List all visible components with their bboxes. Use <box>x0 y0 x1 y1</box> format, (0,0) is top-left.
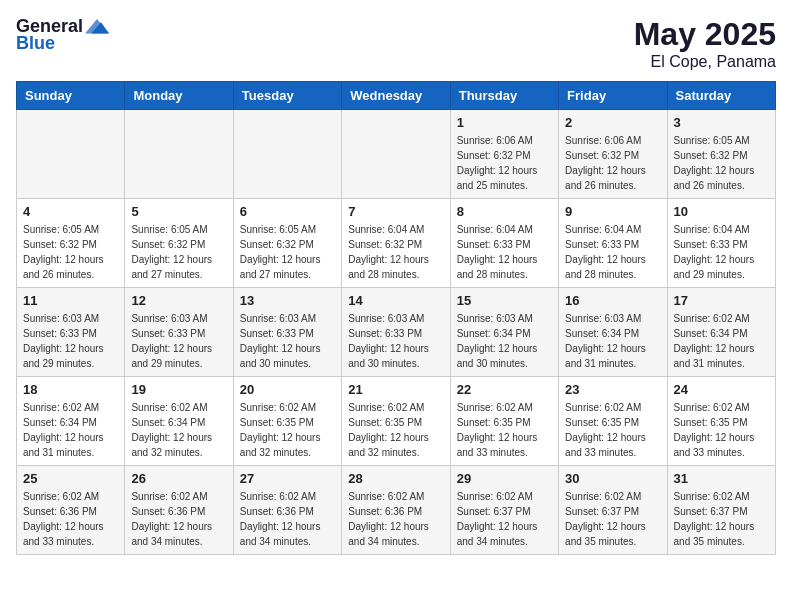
day-number: 23 <box>565 382 660 397</box>
calendar-cell: 5 Sunrise: 6:05 AMSunset: 6:32 PMDayligh… <box>125 199 233 288</box>
day-number: 10 <box>674 204 769 219</box>
day-info: Sunrise: 6:02 AMSunset: 6:35 PMDaylight:… <box>457 400 552 460</box>
calendar-cell: 31 Sunrise: 6:02 AMSunset: 6:37 PMDaylig… <box>667 466 775 555</box>
logo-blue: Blue <box>16 33 55 54</box>
day-info: Sunrise: 6:06 AMSunset: 6:32 PMDaylight:… <box>565 133 660 193</box>
day-info: Sunrise: 6:02 AMSunset: 6:37 PMDaylight:… <box>565 489 660 549</box>
day-number: 16 <box>565 293 660 308</box>
day-number: 13 <box>240 293 335 308</box>
day-number: 11 <box>23 293 118 308</box>
day-number: 4 <box>23 204 118 219</box>
day-info: Sunrise: 6:02 AMSunset: 6:34 PMDaylight:… <box>23 400 118 460</box>
day-info: Sunrise: 6:03 AMSunset: 6:33 PMDaylight:… <box>23 311 118 371</box>
day-number: 14 <box>348 293 443 308</box>
calendar-cell: 4 Sunrise: 6:05 AMSunset: 6:32 PMDayligh… <box>17 199 125 288</box>
calendar-cell: 16 Sunrise: 6:03 AMSunset: 6:34 PMDaylig… <box>559 288 667 377</box>
day-number: 7 <box>348 204 443 219</box>
day-info: Sunrise: 6:02 AMSunset: 6:36 PMDaylight:… <box>348 489 443 549</box>
day-info: Sunrise: 6:02 AMSunset: 6:34 PMDaylight:… <box>131 400 226 460</box>
day-info: Sunrise: 6:05 AMSunset: 6:32 PMDaylight:… <box>131 222 226 282</box>
day-header-monday: Monday <box>125 82 233 110</box>
calendar-cell: 13 Sunrise: 6:03 AMSunset: 6:33 PMDaylig… <box>233 288 341 377</box>
day-info: Sunrise: 6:04 AMSunset: 6:33 PMDaylight:… <box>674 222 769 282</box>
day-info: Sunrise: 6:02 AMSunset: 6:37 PMDaylight:… <box>674 489 769 549</box>
day-info: Sunrise: 6:02 AMSunset: 6:34 PMDaylight:… <box>674 311 769 371</box>
calendar-cell: 21 Sunrise: 6:02 AMSunset: 6:35 PMDaylig… <box>342 377 450 466</box>
calendar-cell: 12 Sunrise: 6:03 AMSunset: 6:33 PMDaylig… <box>125 288 233 377</box>
day-number: 26 <box>131 471 226 486</box>
calendar-cell: 27 Sunrise: 6:02 AMSunset: 6:36 PMDaylig… <box>233 466 341 555</box>
day-info: Sunrise: 6:05 AMSunset: 6:32 PMDaylight:… <box>674 133 769 193</box>
calendar-cell <box>17 110 125 199</box>
calendar-cell: 9 Sunrise: 6:04 AMSunset: 6:33 PMDayligh… <box>559 199 667 288</box>
day-info: Sunrise: 6:03 AMSunset: 6:34 PMDaylight:… <box>565 311 660 371</box>
day-number: 3 <box>674 115 769 130</box>
day-number: 20 <box>240 382 335 397</box>
day-number: 17 <box>674 293 769 308</box>
calendar-cell <box>125 110 233 199</box>
calendar-cell: 15 Sunrise: 6:03 AMSunset: 6:34 PMDaylig… <box>450 288 558 377</box>
day-info: Sunrise: 6:02 AMSunset: 6:36 PMDaylight:… <box>131 489 226 549</box>
day-info: Sunrise: 6:04 AMSunset: 6:33 PMDaylight:… <box>565 222 660 282</box>
day-info: Sunrise: 6:06 AMSunset: 6:32 PMDaylight:… <box>457 133 552 193</box>
day-number: 1 <box>457 115 552 130</box>
day-info: Sunrise: 6:03 AMSunset: 6:33 PMDaylight:… <box>131 311 226 371</box>
day-header-friday: Friday <box>559 82 667 110</box>
day-number: 31 <box>674 471 769 486</box>
calendar-cell: 24 Sunrise: 6:02 AMSunset: 6:35 PMDaylig… <box>667 377 775 466</box>
day-number: 12 <box>131 293 226 308</box>
calendar-cell: 14 Sunrise: 6:03 AMSunset: 6:33 PMDaylig… <box>342 288 450 377</box>
day-number: 25 <box>23 471 118 486</box>
day-info: Sunrise: 6:03 AMSunset: 6:33 PMDaylight:… <box>240 311 335 371</box>
calendar-cell: 3 Sunrise: 6:05 AMSunset: 6:32 PMDayligh… <box>667 110 775 199</box>
day-number: 8 <box>457 204 552 219</box>
calendar-cell: 22 Sunrise: 6:02 AMSunset: 6:35 PMDaylig… <box>450 377 558 466</box>
day-number: 29 <box>457 471 552 486</box>
day-info: Sunrise: 6:02 AMSunset: 6:35 PMDaylight:… <box>240 400 335 460</box>
calendar-cell: 25 Sunrise: 6:02 AMSunset: 6:36 PMDaylig… <box>17 466 125 555</box>
day-number: 27 <box>240 471 335 486</box>
calendar-cell <box>233 110 341 199</box>
logo-icon <box>85 17 109 37</box>
day-number: 24 <box>674 382 769 397</box>
calendar-header: SundayMondayTuesdayWednesdayThursdayFrid… <box>17 82 776 110</box>
calendar-cell: 11 Sunrise: 6:03 AMSunset: 6:33 PMDaylig… <box>17 288 125 377</box>
day-info: Sunrise: 6:02 AMSunset: 6:36 PMDaylight:… <box>23 489 118 549</box>
day-number: 28 <box>348 471 443 486</box>
calendar-cell: 18 Sunrise: 6:02 AMSunset: 6:34 PMDaylig… <box>17 377 125 466</box>
calendar-cell: 7 Sunrise: 6:04 AMSunset: 6:32 PMDayligh… <box>342 199 450 288</box>
day-info: Sunrise: 6:02 AMSunset: 6:35 PMDaylight:… <box>348 400 443 460</box>
calendar-cell: 2 Sunrise: 6:06 AMSunset: 6:32 PMDayligh… <box>559 110 667 199</box>
day-number: 9 <box>565 204 660 219</box>
day-info: Sunrise: 6:03 AMSunset: 6:34 PMDaylight:… <box>457 311 552 371</box>
day-info: Sunrise: 6:05 AMSunset: 6:32 PMDaylight:… <box>23 222 118 282</box>
day-number: 22 <box>457 382 552 397</box>
day-info: Sunrise: 6:02 AMSunset: 6:35 PMDaylight:… <box>565 400 660 460</box>
calendar-cell: 20 Sunrise: 6:02 AMSunset: 6:35 PMDaylig… <box>233 377 341 466</box>
calendar-table: SundayMondayTuesdayWednesdayThursdayFrid… <box>16 81 776 555</box>
day-info: Sunrise: 6:02 AMSunset: 6:35 PMDaylight:… <box>674 400 769 460</box>
day-header-wednesday: Wednesday <box>342 82 450 110</box>
day-number: 15 <box>457 293 552 308</box>
day-info: Sunrise: 6:03 AMSunset: 6:33 PMDaylight:… <box>348 311 443 371</box>
calendar-cell: 26 Sunrise: 6:02 AMSunset: 6:36 PMDaylig… <box>125 466 233 555</box>
day-number: 6 <box>240 204 335 219</box>
calendar-cell: 28 Sunrise: 6:02 AMSunset: 6:36 PMDaylig… <box>342 466 450 555</box>
day-info: Sunrise: 6:04 AMSunset: 6:33 PMDaylight:… <box>457 222 552 282</box>
title-block: May 2025 El Cope, Panama <box>634 16 776 71</box>
calendar-cell: 17 Sunrise: 6:02 AMSunset: 6:34 PMDaylig… <box>667 288 775 377</box>
calendar-cell <box>342 110 450 199</box>
page-header: General Blue May 2025 El Cope, Panama <box>16 16 776 71</box>
day-info: Sunrise: 6:04 AMSunset: 6:32 PMDaylight:… <box>348 222 443 282</box>
day-number: 30 <box>565 471 660 486</box>
day-header-thursday: Thursday <box>450 82 558 110</box>
page-title: May 2025 <box>634 16 776 53</box>
day-info: Sunrise: 6:02 AMSunset: 6:36 PMDaylight:… <box>240 489 335 549</box>
day-number: 2 <box>565 115 660 130</box>
day-header-saturday: Saturday <box>667 82 775 110</box>
calendar-cell: 30 Sunrise: 6:02 AMSunset: 6:37 PMDaylig… <box>559 466 667 555</box>
calendar-cell: 8 Sunrise: 6:04 AMSunset: 6:33 PMDayligh… <box>450 199 558 288</box>
calendar-cell: 29 Sunrise: 6:02 AMSunset: 6:37 PMDaylig… <box>450 466 558 555</box>
day-header-tuesday: Tuesday <box>233 82 341 110</box>
calendar-cell: 23 Sunrise: 6:02 AMSunset: 6:35 PMDaylig… <box>559 377 667 466</box>
